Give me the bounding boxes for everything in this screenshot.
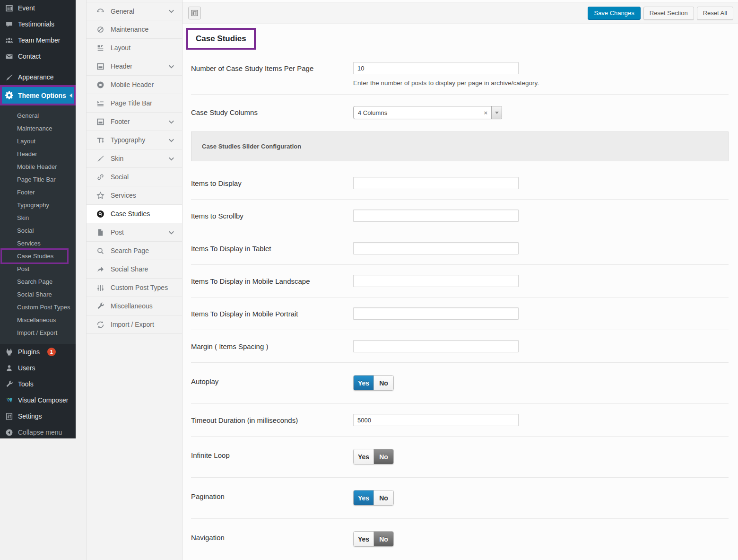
panel-menu-item-label: Social Share xyxy=(111,265,148,273)
submenu-item-mobile-header[interactable]: Mobile Header xyxy=(0,160,76,173)
submenu-item-header[interactable]: Header xyxy=(0,148,76,160)
panel-menu-item-label: Custom Post Types xyxy=(111,284,168,291)
case-studies-icon xyxy=(96,210,104,218)
infinite-loop-option-yes[interactable]: Yes xyxy=(354,449,373,464)
case-study-columns-select[interactable]: 4 Columns × xyxy=(353,106,502,119)
miscellaneous-icon xyxy=(96,302,104,310)
panel-menu-item-header[interactable]: Header xyxy=(87,57,182,76)
sidebar-item-appearance[interactable]: Appearance xyxy=(0,69,76,85)
current-menu-arrow-icon xyxy=(69,93,72,98)
sidebar-item-plugins[interactable]: Plugins 1 xyxy=(0,344,76,360)
sidebar-item-label: Theme Options xyxy=(18,92,66,99)
margin-items-spacing-input[interactable] xyxy=(353,340,519,352)
submenu-item-label: Social Share xyxy=(17,291,52,298)
navigation-option-yes[interactable]: Yes xyxy=(354,532,373,546)
save-changes-button[interactable]: Save Changes xyxy=(588,7,640,20)
submenu-item-label: Maintenance xyxy=(17,125,52,132)
panel-menu-item-search-page[interactable]: Search Page xyxy=(87,242,182,260)
submenu-item-import-export[interactable]: Import / Export xyxy=(0,326,76,339)
sidebar-item-users[interactable]: Users xyxy=(0,360,76,376)
panel-menu-item-label: Footer xyxy=(111,118,130,125)
panel-menu-item-post[interactable]: Post xyxy=(87,223,182,242)
panel-menu-item-label: Import / Export xyxy=(111,321,154,328)
sidebar-item-testimonials[interactable]: Testimonials xyxy=(0,16,76,32)
panel-menu-item-maintenance[interactable]: Maintenance xyxy=(87,20,182,39)
submenu-item-typography[interactable]: Typography xyxy=(0,199,76,211)
items-to-display-input[interactable] xyxy=(353,177,519,189)
sidebar-item-label: Visual Composer xyxy=(18,396,68,404)
sidebar-item-label: Event xyxy=(18,4,35,12)
submenu-item-social-share[interactable]: Social Share xyxy=(0,288,76,301)
field-control: 4 Columns × xyxy=(353,106,729,119)
sidebar-item-contact[interactable]: Contact xyxy=(0,48,76,64)
timeout-duration-in-milliseconds-input[interactable] xyxy=(353,414,519,426)
panel-menu-item-layout[interactable]: Layout xyxy=(87,39,182,57)
submenu-item-general[interactable]: General xyxy=(0,109,76,122)
autoplay-option-no[interactable]: No xyxy=(373,376,393,390)
panel-menu-item-services[interactable]: Services xyxy=(87,186,182,205)
submenu-item-maintenance[interactable]: Maintenance xyxy=(0,122,76,135)
reset-all-button[interactable]: Reset All xyxy=(697,7,733,20)
submenu-item-page-title-bar[interactable]: Page Title Bar xyxy=(0,173,76,186)
submenu-item-custom-post-types[interactable]: Custom Post Types xyxy=(0,301,76,314)
sidebar-item-collapse-menu[interactable]: Collapse menu xyxy=(0,424,76,440)
submenu-item-case-studies[interactable]: Case Studies xyxy=(0,250,76,262)
submenu-item-footer[interactable]: Footer xyxy=(0,186,76,199)
items-to-display-in-mobile-landscape-input[interactable] xyxy=(353,275,519,287)
panel-menu-item-mobile-header[interactable]: Mobile Header xyxy=(87,76,182,94)
submenu-item-layout[interactable]: Layout xyxy=(0,135,76,148)
chevron-down-icon xyxy=(167,7,175,16)
sidebar-item-team-member[interactable]: Team Member xyxy=(0,32,76,48)
section-title: Case Studies Slider Configuration xyxy=(202,143,301,150)
items-to-display-in-mobile-portrait-input[interactable] xyxy=(353,307,519,320)
pagination-toggle: YesNo xyxy=(353,490,394,506)
pagination-option-no[interactable]: No xyxy=(373,490,393,505)
submenu-item-label: Import / Export xyxy=(17,329,57,336)
submenu-item-services[interactable]: Services xyxy=(0,237,76,250)
panel-menu-item-social[interactable]: Social xyxy=(87,168,182,186)
services-icon xyxy=(96,191,104,200)
clear-selection-icon[interactable]: × xyxy=(480,109,491,116)
panel-menu-item-custom-post-types[interactable]: Custom Post Types xyxy=(87,279,182,297)
header-icon xyxy=(96,62,104,70)
items-to-scrollby-input[interactable] xyxy=(353,210,519,222)
panel-menu-item-case-studies[interactable]: Case Studies xyxy=(87,205,182,223)
panel-menu-item-page-title-bar[interactable]: Page Title Bar xyxy=(87,94,182,113)
submenu-item-search-page[interactable]: Search Page xyxy=(0,275,76,288)
panel-menu-item-typography[interactable]: Typography xyxy=(87,131,182,149)
panel-menu-item-social-share[interactable]: Social Share xyxy=(87,260,182,279)
panel-menu-item-skin[interactable]: Skin xyxy=(87,149,182,168)
pagination-option-yes[interactable]: Yes xyxy=(354,490,373,505)
infinite-loop-option-no[interactable]: No xyxy=(373,449,393,464)
search-icon xyxy=(96,246,104,255)
sidebar-item-visual-composer[interactable]: Visual Composer xyxy=(0,392,76,408)
users-icon xyxy=(4,363,14,373)
sidebar-item-theme-options[interactable]: Theme Options xyxy=(2,87,74,104)
navigation-option-no[interactable]: No xyxy=(373,532,393,546)
items-to-display-in-tablet-input[interactable] xyxy=(353,242,519,254)
chevron-down-icon xyxy=(167,154,175,163)
panel-menu-item-import-export[interactable]: Import / Export xyxy=(87,315,182,334)
event-icon xyxy=(4,3,14,13)
theme-options-panel-menu: General Maintenance Layout Header Mobile… xyxy=(86,0,182,560)
form-row-infinite-loop: Infinite Loop YesNo xyxy=(191,437,729,478)
panel-menu-item-general[interactable]: General xyxy=(87,2,182,20)
select-dropdown-arrow[interactable] xyxy=(491,106,502,119)
sidebar-item-tools[interactable]: Tools xyxy=(0,376,76,392)
sidebar-item-label: Contact xyxy=(18,52,41,60)
submenu-item-post[interactable]: Post xyxy=(0,262,76,275)
social-icon xyxy=(96,173,104,181)
field-label: Case Study Columns xyxy=(191,106,353,117)
panel-menu-item-footer[interactable]: Footer xyxy=(87,113,182,131)
submenu-item-skin[interactable]: Skin xyxy=(0,211,76,224)
sidebar-item-event[interactable]: Event xyxy=(0,0,76,16)
autoplay-option-yes[interactable]: Yes xyxy=(354,376,373,390)
panel-menu-item-miscellaneous[interactable]: Miscellaneous xyxy=(87,297,182,315)
panel-layout-toggle-button[interactable] xyxy=(188,7,201,19)
sidebar-item-settings[interactable]: Settings xyxy=(0,408,76,424)
submenu-item-social[interactable]: Social xyxy=(0,224,76,237)
panel-menu-item-label: Layout xyxy=(111,44,130,52)
submenu-item-miscellaneous[interactable]: Miscellaneous xyxy=(0,314,76,326)
reset-section-button[interactable]: Reset Section xyxy=(643,7,694,20)
number-of-case-study-items-per-page-input[interactable] xyxy=(353,62,519,74)
